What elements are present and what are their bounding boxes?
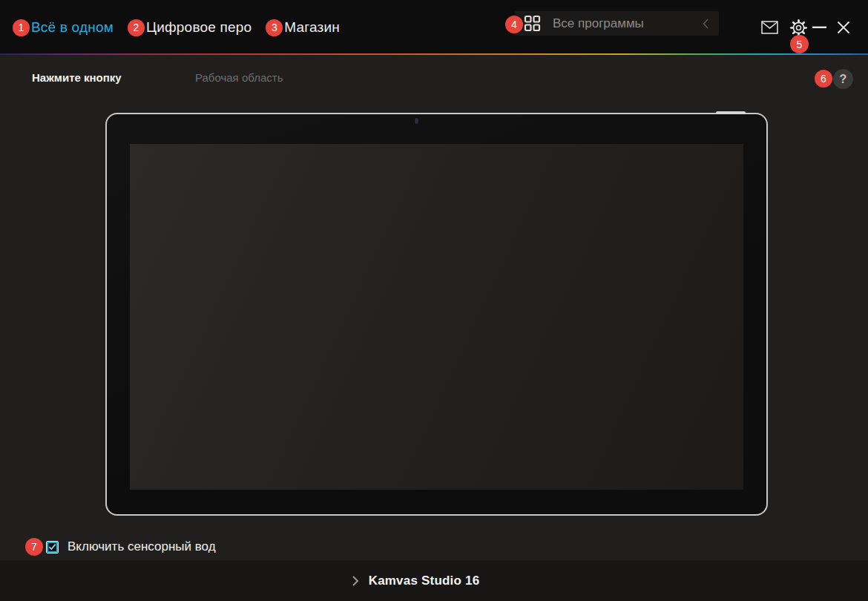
minimize-icon: [812, 26, 826, 29]
top-bar: 1 Всё в одном 2 Цифровое перо 3 Магазин …: [0, 0, 868, 55]
badge-6: 6: [815, 70, 832, 88]
camera-icon: [415, 118, 418, 124]
app-selector-value: Все программы: [553, 16, 701, 31]
chevron-left-icon: [703, 19, 708, 29]
help-icon: ?: [840, 73, 847, 86]
close-icon: [837, 21, 850, 34]
tab-working-area[interactable]: Рабочая область: [195, 71, 283, 84]
messages-button[interactable]: [760, 0, 779, 55]
device-name-label: Kamvas Studio 16: [369, 574, 480, 588]
tab-all-in-one[interactable]: 1 Всё в одном: [13, 19, 114, 36]
tab-press-key[interactable]: Нажмите кнопку: [32, 71, 122, 84]
chevron-right-icon: [352, 575, 359, 587]
app-selector[interactable]: 4 Все программы: [515, 11, 719, 36]
tab-store-label: Магазин: [284, 19, 340, 36]
device-selector[interactable]: Kamvas Studio 16: [352, 574, 480, 588]
checkbox-check-icon: [48, 543, 56, 551]
touch-checkbox-label: Включить сенсорный вод: [68, 539, 216, 554]
tablet-screen: [130, 144, 743, 490]
help-button[interactable]: ?: [833, 69, 853, 89]
envelope-icon: [761, 21, 778, 34]
tab-store[interactable]: 3 Магазин: [266, 19, 340, 36]
badge-3: 3: [266, 19, 283, 36]
tablet-power-button: [716, 111, 746, 114]
collapse-button[interactable]: [701, 17, 710, 30]
tab-digital-pen[interactable]: 2 Цифровое перо: [128, 19, 251, 36]
badge-4: 4: [505, 16, 523, 33]
tab-digital-pen-label: Цифровое перо: [146, 19, 251, 36]
apps-grid-icon: [524, 15, 541, 32]
badge-5: 5: [790, 35, 809, 53]
footer-bar: Kamvas Studio 16: [0, 560, 868, 601]
badge-1: 1: [13, 19, 30, 36]
close-button[interactable]: [835, 0, 852, 55]
main-tabs: 1 Всё в одном 2 Цифровое перо 3 Магазин: [13, 0, 340, 55]
badge-2: 2: [128, 19, 145, 36]
gradient-divider: [0, 53, 868, 55]
tab-all-in-one-label: Всё в одном: [31, 19, 114, 36]
gear-icon: [789, 19, 808, 37]
minimize-button[interactable]: [810, 0, 828, 55]
touch-toggle-row: 7 Включить сенсорный вод: [25, 538, 216, 556]
touch-checkbox[interactable]: [46, 541, 59, 554]
tablet-illustration: [105, 113, 768, 516]
badge-7: 7: [25, 538, 43, 556]
